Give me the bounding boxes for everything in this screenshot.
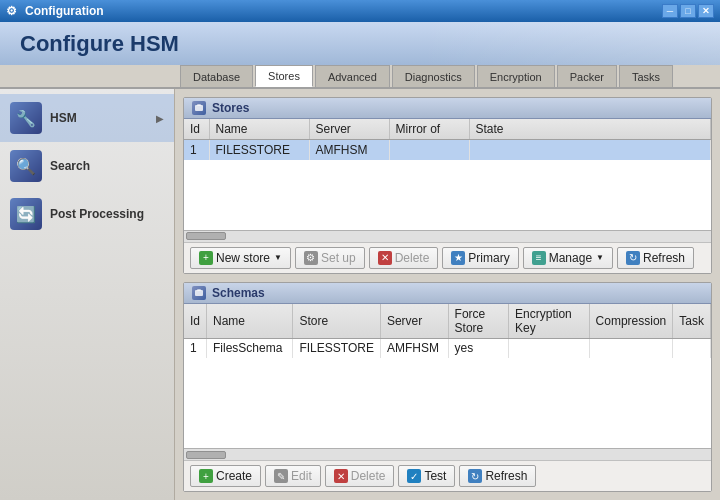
create-icon: +: [199, 469, 213, 483]
new-store-icon: +: [199, 251, 213, 265]
schema-id: 1: [184, 338, 207, 358]
primary-button[interactable]: ★ Primary: [442, 247, 518, 269]
sidebar-label-hsm: HSM: [50, 111, 77, 125]
create-button[interactable]: + Create: [190, 465, 261, 487]
col-server: Server: [309, 119, 389, 140]
schemas-refresh-icon: ↻: [468, 469, 482, 483]
schemas-refresh-label: Refresh: [485, 469, 527, 483]
post-processing-icon: 🔄: [10, 198, 42, 230]
tab-encryption[interactable]: Encryption: [477, 65, 555, 87]
schema-compression: [589, 338, 673, 358]
hsm-icon: 🔧: [10, 102, 42, 134]
titlebar: ⚙ Configuration ─ □ ✕: [0, 0, 720, 22]
restore-button[interactable]: □: [680, 4, 696, 18]
manage-label: Manage: [549, 251, 592, 265]
test-button[interactable]: ✓ Test: [398, 465, 455, 487]
schema-server: AMFHSM: [380, 338, 448, 358]
primary-label: Primary: [468, 251, 509, 265]
store-state: [469, 140, 711, 160]
delete-stores-button[interactable]: ✕ Delete: [369, 247, 439, 269]
stores-hscrollbar-thumb[interactable]: [186, 232, 226, 240]
stores-table-header-row: Id Name Server Mirror of State: [184, 119, 711, 140]
set-up-label: Set up: [321, 251, 356, 265]
schemas-hscrollbar-thumb[interactable]: [186, 451, 226, 459]
schema-col-name: Name: [207, 304, 293, 339]
col-mirror-of: Mirror of: [389, 119, 469, 140]
schema-name: FilesSchema: [207, 338, 293, 358]
minimize-button[interactable]: ─: [662, 4, 678, 18]
delete-schemas-label: Delete: [351, 469, 386, 483]
stores-refresh-label: Refresh: [643, 251, 685, 265]
tab-diagnostics[interactable]: Diagnostics: [392, 65, 475, 87]
header-title: Configure HSM: [20, 31, 179, 57]
set-up-icon: ⚙: [304, 251, 318, 265]
delete-stores-label: Delete: [395, 251, 430, 265]
schemas-header-row: Id Name Store Server Force Store Encrypt…: [184, 304, 711, 339]
delete-schemas-button[interactable]: ✕ Delete: [325, 465, 395, 487]
titlebar-icon: ⚙: [6, 4, 20, 18]
delete-schemas-icon: ✕: [334, 469, 348, 483]
new-store-label: New store: [216, 251, 270, 265]
create-label: Create: [216, 469, 252, 483]
schemas-section-title: Schemas: [212, 286, 265, 300]
schemas-header: Schemas: [184, 283, 711, 304]
test-icon: ✓: [407, 469, 421, 483]
tab-stores[interactable]: Stores: [255, 65, 313, 87]
sidebar-item-post-processing[interactable]: 🔄 Post Processing: [0, 190, 174, 238]
stores-refresh-icon: ↻: [626, 251, 640, 265]
search-icon: 🔍: [10, 150, 42, 182]
titlebar-title: Configuration: [25, 4, 662, 18]
schema-encryption-key: [509, 338, 590, 358]
table-row[interactable]: 1 FilesSchema FILESSTORE AMFHSM yes: [184, 338, 711, 358]
stores-table-head: Id Name Server Mirror of State: [184, 119, 711, 140]
schemas-table-head: Id Name Store Server Force Store Encrypt…: [184, 304, 711, 339]
schemas-table: Id Name Store Server Force Store Encrypt…: [184, 304, 711, 359]
tab-tasks[interactable]: Tasks: [619, 65, 673, 87]
stores-scroll-area: [184, 160, 711, 230]
stores-table-container: Id Name Server Mirror of State 1 FILESST…: [184, 119, 711, 230]
close-button[interactable]: ✕: [698, 4, 714, 18]
stores-section: Stores Id Name Server Mirror of State: [183, 97, 712, 274]
schema-col-compression: Compression: [589, 304, 673, 339]
tabbar: Database Stores Advanced Diagnostics Enc…: [0, 65, 720, 89]
stores-toolbar: + New store ▼ ⚙ Set up ✕ Delete ★ Prim: [184, 242, 711, 273]
sidebar-item-search[interactable]: 🔍 Search: [0, 142, 174, 190]
schema-col-server: Server: [380, 304, 448, 339]
edit-button[interactable]: ✎ Edit: [265, 465, 321, 487]
header: Configure HSM: [0, 22, 720, 65]
schema-task: [673, 338, 711, 358]
schema-force-store: yes: [448, 338, 508, 358]
schema-col-id: Id: [184, 304, 207, 339]
delete-stores-icon: ✕: [378, 251, 392, 265]
stores-refresh-button[interactable]: ↻ Refresh: [617, 247, 694, 269]
set-up-button[interactable]: ⚙ Set up: [295, 247, 365, 269]
tab-database[interactable]: Database: [180, 65, 253, 87]
sidebar-label-search: Search: [50, 159, 90, 173]
tab-advanced[interactable]: Advanced: [315, 65, 390, 87]
stores-table-body: 1 FILESSTORE AMFHSM: [184, 140, 711, 160]
new-store-button[interactable]: + New store ▼: [190, 247, 291, 269]
schemas-table-body: 1 FilesSchema FILESSTORE AMFHSM yes: [184, 338, 711, 358]
test-label: Test: [424, 469, 446, 483]
col-state: State: [469, 119, 711, 140]
schema-col-task: Task: [673, 304, 711, 339]
tab-packer[interactable]: Packer: [557, 65, 617, 87]
svg-rect-1: [197, 104, 201, 106]
stores-section-icon: [192, 101, 206, 115]
store-server: AMFHSM: [309, 140, 389, 160]
table-row[interactable]: 1 FILESSTORE AMFHSM: [184, 140, 711, 160]
titlebar-controls: ─ □ ✕: [662, 4, 714, 18]
stores-header: Stores: [184, 98, 711, 119]
stores-hscrollbar[interactable]: [184, 230, 711, 242]
schemas-toolbar: + Create ✎ Edit ✕ Delete ✓ Test: [184, 460, 711, 491]
store-name: FILESSTORE: [209, 140, 309, 160]
manage-button[interactable]: ≡ Manage ▼: [523, 247, 613, 269]
schemas-hscrollbar[interactable]: [184, 448, 711, 460]
schemas-scroll-area: [184, 358, 711, 448]
sidebar-label-post-processing: Post Processing: [50, 207, 144, 221]
new-store-dropdown-arrow: ▼: [274, 253, 282, 262]
sidebar-item-hsm[interactable]: 🔧 HSM ▶: [0, 94, 174, 142]
stores-table: Id Name Server Mirror of State 1 FILESST…: [184, 119, 711, 160]
schemas-refresh-button[interactable]: ↻ Refresh: [459, 465, 536, 487]
schemas-table-container: Id Name Store Server Force Store Encrypt…: [184, 304, 711, 449]
